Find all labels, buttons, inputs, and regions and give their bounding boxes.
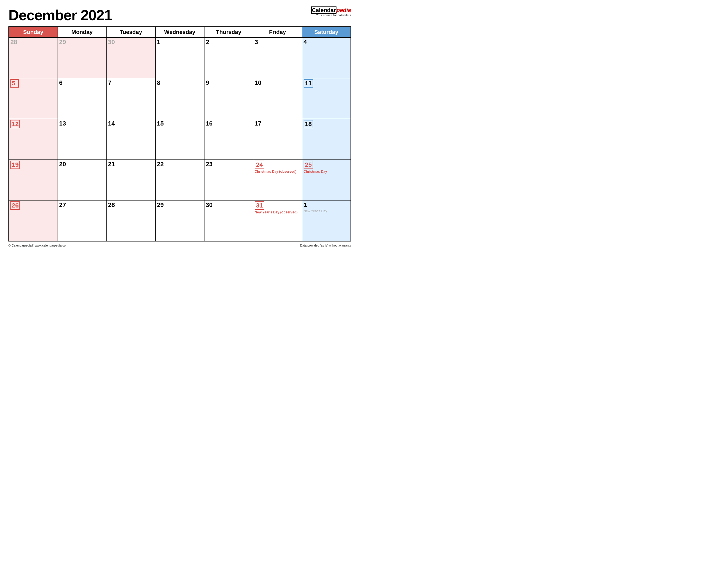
calendar-cell: 25Christmas Day xyxy=(302,160,351,201)
brand-logo: Calendarpedia Your source for calendars xyxy=(311,7,351,17)
day-number: 28 xyxy=(11,39,19,46)
calendar-cell: 17 xyxy=(253,119,302,160)
brand-pedia: pedia xyxy=(336,7,351,13)
calendar-week-row: 567891011 xyxy=(9,78,351,119)
calendar-cell: 14 xyxy=(106,119,155,160)
holiday-label: New Year's Day xyxy=(304,209,349,213)
holiday-label: Christmas Day xyxy=(304,170,349,173)
col-header-tuesday: Tuesday xyxy=(106,27,155,38)
day-number: 8 xyxy=(157,79,165,86)
calendar-cell: 2 xyxy=(204,38,253,78)
day-number: 30 xyxy=(206,201,214,209)
col-header-sunday: Sunday xyxy=(9,27,58,38)
day-number: 18 xyxy=(304,120,313,128)
calendar-header-row: Sunday Monday Tuesday Wednesday Thursday… xyxy=(9,27,351,38)
day-number: 23 xyxy=(206,161,214,168)
calendar-cell: 5 xyxy=(9,78,58,119)
day-number: 4 xyxy=(304,39,312,46)
brand-calendar: Calendar xyxy=(311,6,336,14)
day-number: 3 xyxy=(255,39,263,46)
calendar-cell: 16 xyxy=(204,119,253,160)
day-number: 6 xyxy=(59,79,68,86)
calendar-week-row: 12131415161718 xyxy=(9,119,351,160)
calendar-cell: 22 xyxy=(155,160,204,201)
day-number: 24 xyxy=(255,161,264,169)
day-number: 28 xyxy=(108,201,117,209)
calendar-cell: 1New Year's Day xyxy=(302,201,351,241)
day-number: 29 xyxy=(59,39,68,46)
day-number: 2 xyxy=(206,39,214,46)
calendar-cell: 28 xyxy=(106,201,155,241)
calendar-cell: 29 xyxy=(58,38,106,78)
calendar-cell: 31New Year's Day (observed) xyxy=(253,201,302,241)
footer-left: © Calendarpedia® www.calendarpedia.com xyxy=(8,244,68,247)
brand-tagline: Your source for calendars xyxy=(311,14,351,17)
day-number: 7 xyxy=(108,79,117,86)
day-number: 27 xyxy=(59,201,68,209)
day-number: 10 xyxy=(255,79,263,86)
calendar-week-row: 2829301234 xyxy=(9,38,351,78)
calendar-cell: 23 xyxy=(204,160,253,201)
day-number: 22 xyxy=(157,161,165,168)
calendar-cell: 29 xyxy=(155,201,204,241)
calendar-cell: 21 xyxy=(106,160,155,201)
day-number: 20 xyxy=(59,161,68,168)
calendar-table: Sunday Monday Tuesday Wednesday Thursday… xyxy=(8,26,351,241)
calendar-cell: 27 xyxy=(58,201,106,241)
col-header-friday: Friday xyxy=(253,27,302,38)
holiday-label: New Year's Day (observed) xyxy=(255,210,301,214)
calendar-cell: 7 xyxy=(106,78,155,119)
day-number: 9 xyxy=(206,79,214,86)
day-number: 15 xyxy=(157,120,165,127)
calendar-cell: 3 xyxy=(253,38,302,78)
day-number: 17 xyxy=(255,120,263,127)
day-number: 16 xyxy=(206,120,214,127)
col-header-wednesday: Wednesday xyxy=(155,27,204,38)
day-number: 12 xyxy=(11,120,20,128)
footer-right: Data provided 'as is' without warranty xyxy=(300,244,351,247)
calendar-week-row: 262728293031New Year's Day (observed)1Ne… xyxy=(9,201,351,241)
day-number: 13 xyxy=(59,120,68,127)
day-number: 1 xyxy=(157,39,165,46)
day-number: 1 xyxy=(304,201,312,209)
calendar-cell: 15 xyxy=(155,119,204,160)
day-number: 5 xyxy=(11,79,19,88)
day-number: 26 xyxy=(11,201,20,210)
brand-name: Calendarpedia xyxy=(311,7,351,14)
day-number: 29 xyxy=(157,201,165,209)
calendar-cell: 10 xyxy=(253,78,302,119)
calendar-footer: © Calendarpedia® www.calendarpedia.com D… xyxy=(8,244,351,247)
day-number: 19 xyxy=(11,161,20,169)
col-header-thursday: Thursday xyxy=(204,27,253,38)
day-number: 14 xyxy=(108,120,117,127)
calendar-week-row: 192021222324Christmas Day (observed)25Ch… xyxy=(9,160,351,201)
calendar-cell: 12 xyxy=(9,119,58,160)
calendar-cell: 24Christmas Day (observed) xyxy=(253,160,302,201)
holiday-label: Christmas Day (observed) xyxy=(255,170,301,173)
day-number: 31 xyxy=(255,201,264,210)
day-number: 25 xyxy=(304,161,313,169)
calendar-cell: 26 xyxy=(9,201,58,241)
col-header-monday: Monday xyxy=(58,27,106,38)
month-title: December 2021 xyxy=(8,7,112,24)
calendar-cell: 30 xyxy=(106,38,155,78)
calendar-cell: 6 xyxy=(58,78,106,119)
calendar-cell: 20 xyxy=(58,160,106,201)
day-number: 30 xyxy=(108,39,117,46)
calendar-cell: 11 xyxy=(302,78,351,119)
calendar-cell: 13 xyxy=(58,119,106,160)
calendar-cell: 9 xyxy=(204,78,253,119)
day-number: 11 xyxy=(304,79,313,88)
calendar-cell: 30 xyxy=(204,201,253,241)
calendar-cell: 19 xyxy=(9,160,58,201)
calendar-cell: 8 xyxy=(155,78,204,119)
col-header-saturday: Saturday xyxy=(302,27,351,38)
calendar-cell: 4 xyxy=(302,38,351,78)
calendar-header: December 2021 Calendarpedia Your source … xyxy=(8,7,351,24)
calendar-cell: 28 xyxy=(9,38,58,78)
calendar-cell: 1 xyxy=(155,38,204,78)
day-number: 21 xyxy=(108,161,117,168)
calendar-cell: 18 xyxy=(302,119,351,160)
